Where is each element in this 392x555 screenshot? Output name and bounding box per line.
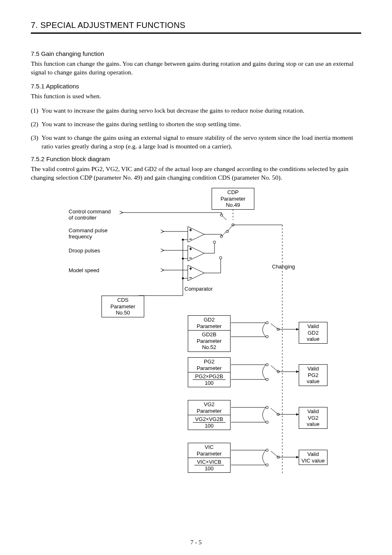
svg-point-39 [266, 321, 268, 324]
comparator-label: Comparator [184, 286, 213, 292]
svg-point-55 [266, 421, 268, 423]
svg-line-16 [227, 225, 233, 231]
applications-list: (1) You want to increase the gains durin… [31, 106, 361, 151]
control-command-label: Control command of controller [69, 208, 111, 221]
list-item: (2) You want to increase the gains durin… [31, 120, 361, 129]
svg-line-50 [271, 365, 278, 372]
list-item: (1) You want to increase the gains durin… [31, 106, 361, 115]
valid-gd2-box: Valid GD2 value [299, 322, 327, 344]
svg-point-35 [182, 258, 184, 259]
vicb-box: VIC×VICB100 [188, 458, 231, 473]
svg-text:+: + [189, 247, 192, 251]
vg2b-box: VG2×VG2B100 [188, 415, 231, 430]
gd2b-box: GD2B Parameter No.52 [188, 330, 231, 352]
valid-vg2-box: Valid VG2 value [299, 407, 327, 429]
svg-point-48 [266, 378, 268, 381]
svg-point-22 [213, 241, 216, 243]
cdp-box: CDP Parameter No.49 [212, 188, 254, 210]
svg-point-37 [182, 278, 184, 279]
item-number: (1) [31, 106, 42, 115]
svg-text:+: + [189, 228, 192, 232]
list-item: (3) You want to change the gains using a… [31, 134, 361, 151]
section-7-5-1-intro: This function is used when. [31, 92, 361, 101]
chapter-header: 7. SPECIAL ADJUSTMENT FUNCTIONS [31, 21, 361, 34]
section-7-5-2-title: 7.5.2 Function block diagram [31, 155, 361, 162]
svg-point-53 [266, 406, 268, 409]
cds-line1: CDS [117, 297, 128, 303]
svg-line-64 [271, 451, 278, 457]
svg-line-43 [271, 324, 278, 329]
command-pulse-label: Command pulse frequency [69, 227, 108, 240]
function-block-diagram: + − + − + − [69, 188, 323, 484]
svg-line-57 [271, 408, 278, 414]
section-7-5-title: 7.5 Gain changing function [31, 50, 361, 57]
page-number: 7 - 5 [0, 539, 392, 546]
item-number: (3) [31, 134, 42, 151]
item-number: (2) [31, 120, 42, 129]
svg-point-28 [219, 257, 222, 259]
item-text: You want to change the gains using an ex… [42, 134, 361, 151]
item-text: You want to increase the gains during se… [42, 106, 361, 115]
svg-point-41 [266, 335, 268, 338]
changing-label: Changing [272, 264, 295, 270]
section-7-5-1-title: 7.5.1 Applications [31, 83, 361, 90]
svg-text:−: − [189, 237, 192, 241]
valid-vic-box: Valid VIC value [299, 450, 327, 465]
item-text: You want to increase the gains during se… [42, 120, 361, 129]
svg-point-46 [266, 363, 268, 366]
svg-text:−: − [189, 256, 192, 260]
model-speed-label: Model speed [69, 267, 99, 273]
cds-box: CDS Parameter No.50 [101, 296, 144, 317]
cdp-line1: CDP [227, 189, 238, 195]
pg2b-box: PG2×PG2B100 [188, 372, 231, 387]
svg-text:+: + [189, 266, 192, 271]
valid-pg2-box: Valid PG2 value [299, 364, 327, 386]
svg-point-33 [182, 239, 184, 240]
droop-pulses-label: Droop pulses [69, 247, 100, 254]
svg-point-62 [266, 464, 268, 466]
cdp-line2: Parameter No.49 [221, 196, 246, 208]
cds-line2: Parameter No.50 [111, 303, 136, 316]
svg-point-60 [266, 449, 268, 451]
section-7-5-intro: This function can change the gains. You … [31, 60, 361, 77]
section-7-5-2-intro: The valid control gains PG2, VG2, VIC an… [31, 165, 361, 182]
svg-text:−: − [189, 275, 192, 280]
